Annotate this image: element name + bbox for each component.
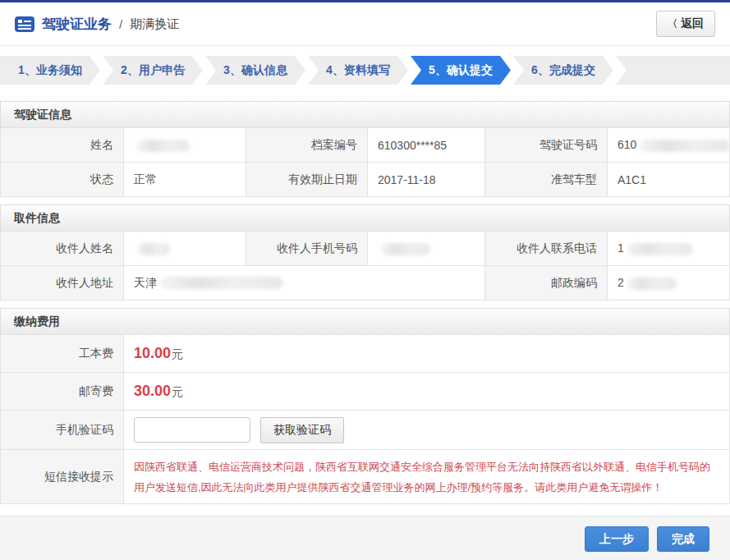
previous-step-button[interactable]: 上一步 bbox=[585, 526, 649, 552]
recipient-address-label: 收件人地址 bbox=[1, 266, 124, 301]
table-row: 短信接收提示 因陕西省联通、电信运营商技术问题，陕西省互联网交通安全综合服务管理… bbox=[1, 450, 730, 504]
step-2-user-declaration[interactable]: 2、用户申告 bbox=[103, 56, 203, 85]
expiry-date-label: 有效期止日期 bbox=[246, 163, 368, 197]
sms-notice-text: 因陕西省联通、电信运营商技术问题，陕西省互联网交通安全综合服务管理平台无法向持陕… bbox=[134, 452, 719, 503]
postage-fee-amount: 30.00 bbox=[134, 383, 171, 399]
name-label: 姓名 bbox=[1, 128, 124, 163]
vehicle-class-label: 准驾车型 bbox=[485, 163, 608, 197]
table-row: 工本费 10.00元 bbox=[1, 335, 730, 373]
fees-section-title: 缴纳费用 bbox=[0, 308, 730, 334]
sms-notice-label: 短信接收提示 bbox=[1, 450, 124, 504]
table-row: 收件人姓名 收件人手机号码 收件人联系电话 1 bbox=[1, 232, 730, 266]
sms-notice-cell: 因陕西省联通、电信运营商技术问题，陕西省互联网交通安全综合服务管理平台无法向持陕… bbox=[124, 450, 730, 504]
step-4-fill-data[interactable]: 4、资料填写 bbox=[308, 56, 408, 85]
recipient-address-value: 天津 bbox=[124, 266, 485, 301]
license-number-value: 610 bbox=[608, 128, 730, 163]
file-number-label: 档案编号 bbox=[246, 128, 368, 163]
table-row: 邮寄费 30.00元 bbox=[1, 373, 730, 411]
postage-fee-label: 邮寄费 bbox=[1, 373, 124, 411]
redacted-name bbox=[137, 140, 190, 152]
recipient-phone-value: 1 bbox=[608, 232, 730, 266]
recipient-mobile-label: 收件人手机号码 bbox=[246, 232, 368, 266]
wizard-steps: 1、业务须知 2、用户申告 3、确认信息 4、资料填写 5、确认提交 6、完成提… bbox=[0, 56, 730, 85]
table-row: 姓名 档案编号 610300****85 驾驶证号码 610 bbox=[1, 128, 730, 163]
name-value bbox=[124, 128, 246, 163]
breadcrumb: 驾驶证业务 / 期满换证 bbox=[15, 15, 179, 34]
license-section-title: 驾驶证信息 bbox=[0, 101, 730, 127]
sms-code-cell: 获取验证码 bbox=[124, 411, 730, 450]
sms-code-input[interactable] bbox=[134, 417, 250, 443]
page-subtitle: 期满换证 bbox=[130, 16, 179, 32]
breadcrumb-divider: / bbox=[119, 17, 122, 31]
redacted-license-number bbox=[640, 140, 729, 152]
redacted-recipient-address bbox=[160, 277, 283, 289]
recipient-address-prefix: 天津 bbox=[134, 276, 157, 289]
back-chevron-icon: 〈 bbox=[668, 17, 677, 31]
step-bar-filler bbox=[616, 56, 730, 85]
recipient-name-value bbox=[124, 232, 246, 266]
license-info-section: 驾驶证信息 姓名 档案编号 610300****85 驾驶证号码 610 状态 … bbox=[0, 101, 730, 197]
pickup-info-section: 取件信息 收件人姓名 收件人手机号码 收件人联系电话 1 收件人地址 天津 邮政… bbox=[0, 204, 730, 301]
recipient-phone-prefix: 1 bbox=[618, 241, 624, 255]
step-1-business-notice[interactable]: 1、业务须知 bbox=[0, 56, 100, 85]
redacted-recipient-mobile bbox=[381, 243, 430, 255]
table-row: 收件人地址 天津 邮政编码 2 bbox=[1, 266, 730, 301]
page-title: 驾驶证业务 bbox=[42, 15, 112, 34]
status-label: 状态 bbox=[1, 163, 124, 197]
zip-code-prefix: 2 bbox=[618, 276, 624, 289]
postage-fee-value: 30.00元 bbox=[124, 373, 730, 411]
license-number-prefix: 610 bbox=[618, 138, 636, 151]
table-row: 状态 正常 有效期止日期 2017-11-18 准驾车型 A1C1 bbox=[1, 163, 730, 197]
page-header: 驾驶证业务 / 期满换证 〈 返回 bbox=[0, 2, 730, 46]
step-3-confirm-info[interactable]: 3、确认信息 bbox=[205, 56, 305, 85]
recipient-name-label: 收件人姓名 bbox=[1, 232, 124, 266]
vehicle-class-value: A1C1 bbox=[608, 163, 730, 197]
redacted-recipient-phone bbox=[627, 243, 693, 255]
zip-code-value: 2 bbox=[608, 266, 730, 301]
fees-table: 工本费 10.00元 邮寄费 30.00元 手机验证码 获取验证码 短信接收提示… bbox=[0, 334, 730, 504]
step-6-complete-submit[interactable]: 6、完成提交 bbox=[513, 56, 613, 85]
expiry-date-value: 2017-11-18 bbox=[368, 163, 485, 197]
get-sms-code-button[interactable]: 获取验证码 bbox=[260, 417, 344, 443]
recipient-phone-label: 收件人联系电话 bbox=[485, 232, 608, 266]
production-fee-amount: 10.00 bbox=[134, 345, 171, 361]
production-fee-unit: 元 bbox=[172, 347, 183, 360]
sms-code-label: 手机验证码 bbox=[1, 411, 124, 450]
pickup-section-title: 取件信息 bbox=[0, 204, 730, 231]
redacted-zip-code bbox=[627, 278, 677, 290]
step-5-confirm-submit[interactable]: 5、确认提交 bbox=[411, 56, 511, 85]
table-row: 手机验证码 获取验证码 bbox=[1, 411, 730, 450]
production-fee-value: 10.00元 bbox=[124, 335, 730, 373]
fees-section: 缴纳费用 工本费 10.00元 邮寄费 30.00元 手机验证码 获取验证码 短… bbox=[0, 308, 730, 504]
production-fee-label: 工本费 bbox=[1, 335, 124, 373]
postage-fee-unit: 元 bbox=[172, 385, 183, 398]
footer-action-bar: 上一步 完成 bbox=[0, 516, 730, 560]
back-button[interactable]: 〈 返回 bbox=[656, 11, 715, 37]
pickup-info-table: 收件人姓名 收件人手机号码 收件人联系电话 1 收件人地址 天津 邮政编码 2 bbox=[0, 231, 730, 301]
file-number-value: 610300****85 bbox=[368, 128, 485, 163]
zip-code-label: 邮政编码 bbox=[485, 266, 608, 301]
redacted-recipient-name bbox=[137, 243, 170, 255]
license-info-table: 姓名 档案编号 610300****85 驾驶证号码 610 状态 正常 有效期… bbox=[0, 127, 730, 197]
back-button-label: 返回 bbox=[681, 16, 704, 31]
form-list-icon bbox=[15, 16, 34, 32]
status-value: 正常 bbox=[124, 163, 246, 197]
recipient-mobile-value bbox=[368, 232, 485, 266]
finish-button[interactable]: 完成 bbox=[657, 526, 709, 552]
license-number-label: 驾驶证号码 bbox=[485, 128, 608, 163]
